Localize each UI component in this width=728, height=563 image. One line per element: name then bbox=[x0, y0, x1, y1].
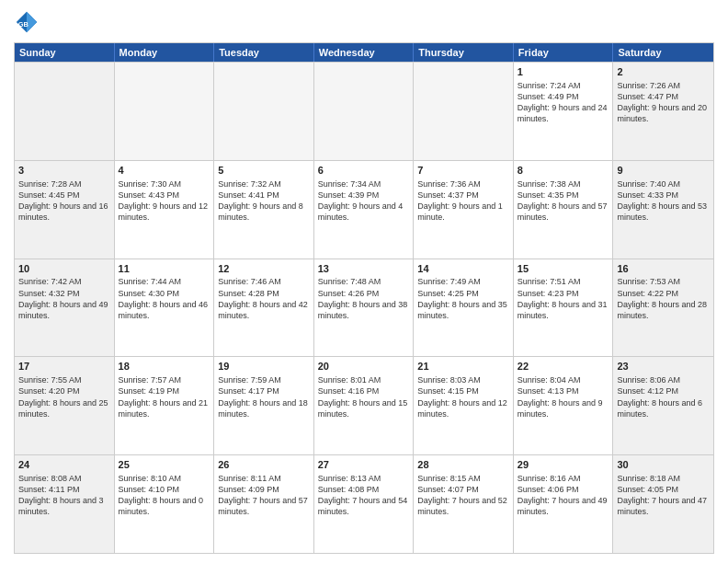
day-content: Sunrise: 8:01 AM Sunset: 4:16 PM Dayligh… bbox=[318, 374, 410, 419]
day-number: 26 bbox=[218, 458, 310, 472]
calendar-cell: 23Sunrise: 8:06 AM Sunset: 4:12 PM Dayli… bbox=[613, 357, 713, 454]
calendar-week-5: 24Sunrise: 8:08 AM Sunset: 4:11 PM Dayli… bbox=[15, 454, 713, 553]
day-number: 25 bbox=[119, 458, 210, 472]
day-content: Sunrise: 7:53 AM Sunset: 4:22 PM Dayligh… bbox=[617, 276, 710, 321]
day-content: Sunrise: 7:24 AM Sunset: 4:49 PM Dayligh… bbox=[518, 80, 609, 125]
day-content: Sunrise: 8:10 AM Sunset: 4:10 PM Dayligh… bbox=[119, 473, 210, 518]
day-number: 4 bbox=[119, 164, 210, 178]
day-header-monday: Monday bbox=[115, 43, 215, 62]
day-content: Sunrise: 7:51 AM Sunset: 4:23 PM Dayligh… bbox=[518, 276, 609, 321]
calendar-cell: 1Sunrise: 7:24 AM Sunset: 4:49 PM Daylig… bbox=[514, 63, 614, 160]
day-number: 1 bbox=[518, 65, 609, 79]
calendar-cell: 22Sunrise: 8:04 AM Sunset: 4:13 PM Dayli… bbox=[514, 357, 614, 454]
calendar-cell: 29Sunrise: 8:16 AM Sunset: 4:06 PM Dayli… bbox=[514, 455, 614, 553]
day-header-wednesday: Wednesday bbox=[314, 43, 415, 62]
calendar-cell bbox=[414, 63, 514, 160]
day-number: 17 bbox=[18, 360, 110, 373]
calendar-week-3: 10Sunrise: 7:42 AM Sunset: 4:32 PM Dayli… bbox=[15, 259, 713, 357]
calendar-cell: 19Sunrise: 7:59 AM Sunset: 4:17 PM Dayli… bbox=[214, 357, 314, 454]
svg-text:GB: GB bbox=[18, 20, 29, 29]
day-number: 7 bbox=[417, 164, 509, 178]
day-number: 16 bbox=[617, 262, 710, 276]
day-content: Sunrise: 8:06 AM Sunset: 4:12 PM Dayligh… bbox=[617, 374, 710, 419]
calendar-cell: 13Sunrise: 7:48 AM Sunset: 4:26 PM Dayli… bbox=[314, 259, 415, 357]
day-number: 12 bbox=[218, 262, 310, 276]
day-content: Sunrise: 8:04 AM Sunset: 4:13 PM Dayligh… bbox=[518, 374, 609, 419]
day-content: Sunrise: 7:59 AM Sunset: 4:17 PM Dayligh… bbox=[218, 374, 310, 419]
day-content: Sunrise: 8:15 AM Sunset: 4:07 PM Dayligh… bbox=[417, 473, 509, 518]
day-header-tuesday: Tuesday bbox=[214, 43, 314, 62]
calendar-week-2: 3Sunrise: 7:28 AM Sunset: 4:45 PM Daylig… bbox=[15, 160, 713, 259]
day-number: 8 bbox=[518, 164, 609, 178]
day-content: Sunrise: 8:18 AM Sunset: 4:05 PM Dayligh… bbox=[617, 473, 710, 518]
day-content: Sunrise: 7:48 AM Sunset: 4:26 PM Dayligh… bbox=[318, 276, 410, 321]
day-number: 24 bbox=[18, 458, 110, 472]
calendar-cell: 24Sunrise: 8:08 AM Sunset: 4:11 PM Dayli… bbox=[15, 455, 115, 553]
calendar-cell: 8Sunrise: 7:38 AM Sunset: 4:35 PM Daylig… bbox=[514, 161, 614, 259]
calendar-cell: 5Sunrise: 7:32 AM Sunset: 4:41 PM Daylig… bbox=[214, 161, 314, 259]
day-number: 6 bbox=[318, 164, 410, 178]
calendar-cell: 17Sunrise: 7:55 AM Sunset: 4:20 PM Dayli… bbox=[15, 357, 115, 454]
day-number: 23 bbox=[617, 360, 710, 373]
calendar-cell: 2Sunrise: 7:26 AM Sunset: 4:47 PM Daylig… bbox=[613, 63, 713, 160]
day-number: 2 bbox=[617, 65, 710, 79]
calendar-body: 1Sunrise: 7:24 AM Sunset: 4:49 PM Daylig… bbox=[15, 62, 713, 553]
day-content: Sunrise: 7:57 AM Sunset: 4:19 PM Dayligh… bbox=[119, 374, 210, 419]
calendar-cell: 20Sunrise: 8:01 AM Sunset: 4:16 PM Dayli… bbox=[314, 357, 415, 454]
day-number: 3 bbox=[18, 164, 110, 178]
day-content: Sunrise: 7:46 AM Sunset: 4:28 PM Dayligh… bbox=[218, 276, 310, 321]
logo: GB bbox=[14, 9, 43, 35]
day-content: Sunrise: 7:42 AM Sunset: 4:32 PM Dayligh… bbox=[18, 276, 110, 321]
day-number: 18 bbox=[119, 360, 210, 373]
calendar-cell: 10Sunrise: 7:42 AM Sunset: 4:32 PM Dayli… bbox=[15, 259, 115, 357]
day-content: Sunrise: 7:34 AM Sunset: 4:39 PM Dayligh… bbox=[318, 178, 410, 224]
page-header: GB bbox=[14, 9, 714, 35]
day-number: 30 bbox=[617, 458, 710, 472]
calendar-cell: 28Sunrise: 8:15 AM Sunset: 4:07 PM Dayli… bbox=[414, 455, 514, 553]
calendar: SundayMondayTuesdayWednesdayThursdayFrid… bbox=[14, 42, 714, 554]
day-content: Sunrise: 7:30 AM Sunset: 4:43 PM Dayligh… bbox=[119, 178, 210, 224]
calendar-cell: 30Sunrise: 8:18 AM Sunset: 4:05 PM Dayli… bbox=[613, 455, 713, 553]
day-number: 14 bbox=[417, 262, 509, 276]
calendar-cell: 25Sunrise: 8:10 AM Sunset: 4:10 PM Dayli… bbox=[115, 455, 215, 553]
day-number: 13 bbox=[318, 262, 410, 276]
calendar-cell: 4Sunrise: 7:30 AM Sunset: 4:43 PM Daylig… bbox=[115, 161, 215, 259]
calendar-header-row: SundayMondayTuesdayWednesdayThursdayFrid… bbox=[15, 43, 713, 62]
calendar-cell: 3Sunrise: 7:28 AM Sunset: 4:45 PM Daylig… bbox=[15, 161, 115, 259]
day-content: Sunrise: 8:08 AM Sunset: 4:11 PM Dayligh… bbox=[18, 473, 110, 518]
day-content: Sunrise: 8:03 AM Sunset: 4:15 PM Dayligh… bbox=[417, 374, 509, 419]
logo-icon: GB bbox=[14, 9, 40, 35]
day-number: 15 bbox=[518, 262, 609, 276]
day-number: 28 bbox=[417, 458, 509, 472]
day-content: Sunrise: 7:40 AM Sunset: 4:33 PM Dayligh… bbox=[617, 178, 710, 224]
day-header-friday: Friday bbox=[514, 43, 614, 62]
day-number: 5 bbox=[218, 164, 310, 178]
calendar-cell: 6Sunrise: 7:34 AM Sunset: 4:39 PM Daylig… bbox=[314, 161, 415, 259]
day-content: Sunrise: 8:13 AM Sunset: 4:08 PM Dayligh… bbox=[318, 473, 410, 518]
day-header-saturday: Saturday bbox=[613, 43, 713, 62]
day-number: 22 bbox=[518, 360, 609, 373]
calendar-cell: 16Sunrise: 7:53 AM Sunset: 4:22 PM Dayli… bbox=[613, 259, 713, 357]
day-content: Sunrise: 8:16 AM Sunset: 4:06 PM Dayligh… bbox=[518, 473, 609, 518]
day-header-sunday: Sunday bbox=[15, 43, 115, 62]
day-number: 21 bbox=[417, 360, 509, 373]
day-number: 29 bbox=[518, 458, 609, 472]
calendar-cell: 18Sunrise: 7:57 AM Sunset: 4:19 PM Dayli… bbox=[115, 357, 215, 454]
calendar-cell: 27Sunrise: 8:13 AM Sunset: 4:08 PM Dayli… bbox=[314, 455, 415, 553]
day-number: 11 bbox=[119, 262, 210, 276]
calendar-page: GB SundayMondayTuesdayWednesdayThursdayF… bbox=[0, 0, 728, 563]
day-number: 27 bbox=[318, 458, 410, 472]
day-content: Sunrise: 7:26 AM Sunset: 4:47 PM Dayligh… bbox=[617, 80, 710, 125]
day-content: Sunrise: 7:55 AM Sunset: 4:20 PM Dayligh… bbox=[18, 374, 110, 419]
day-header-thursday: Thursday bbox=[414, 43, 514, 62]
calendar-cell: 26Sunrise: 8:11 AM Sunset: 4:09 PM Dayli… bbox=[214, 455, 314, 553]
day-content: Sunrise: 7:36 AM Sunset: 4:37 PM Dayligh… bbox=[417, 178, 509, 224]
calendar-cell: 12Sunrise: 7:46 AM Sunset: 4:28 PM Dayli… bbox=[214, 259, 314, 357]
day-number: 10 bbox=[18, 262, 110, 276]
day-number: 19 bbox=[218, 360, 310, 373]
calendar-cell: 11Sunrise: 7:44 AM Sunset: 4:30 PM Dayli… bbox=[115, 259, 215, 357]
day-content: Sunrise: 7:44 AM Sunset: 4:30 PM Dayligh… bbox=[119, 276, 210, 321]
day-content: Sunrise: 7:32 AM Sunset: 4:41 PM Dayligh… bbox=[218, 178, 310, 224]
calendar-cell: 14Sunrise: 7:49 AM Sunset: 4:25 PM Dayli… bbox=[414, 259, 514, 357]
calendar-cell bbox=[314, 63, 415, 160]
